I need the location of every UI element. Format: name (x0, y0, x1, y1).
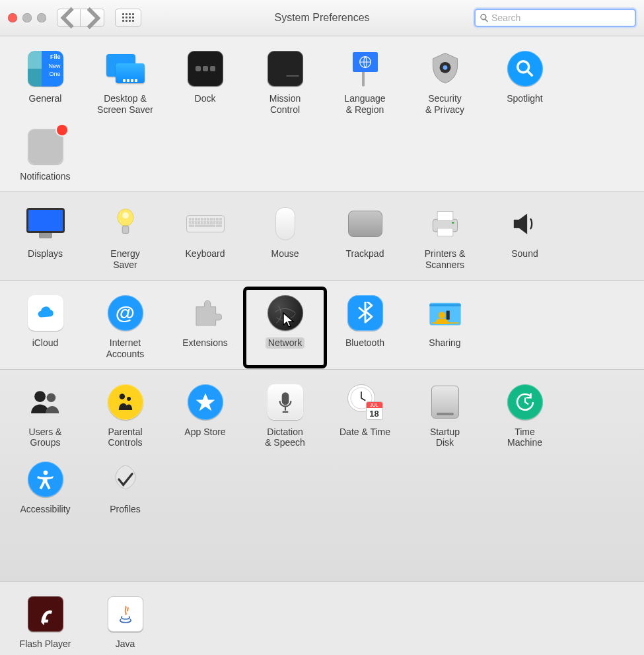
pref-general[interactable]: File New One General (5, 44, 85, 122)
pref-extensions[interactable]: Extensions (165, 289, 245, 366)
pref-label: Bluetooth (345, 337, 384, 349)
parental-controls-icon (108, 384, 143, 420)
pref-language-region[interactable]: Language & Region (325, 44, 405, 122)
pref-label: Trackpad (346, 248, 384, 259)
mission-control-icon (268, 51, 303, 86)
pref-network[interactable]: Network (245, 289, 325, 366)
pref-time-machine[interactable]: Time Machine (485, 378, 565, 456)
svg-rect-9 (437, 228, 453, 236)
pref-label: Energy Saver (110, 248, 139, 271)
pref-keyboard[interactable]: Keyboard (165, 199, 245, 277)
search-input[interactable] (491, 13, 631, 23)
general-icon-file: File (50, 53, 61, 60)
bluetooth-icon (347, 295, 383, 331)
pref-users-groups[interactable]: Users & Groups (5, 378, 85, 456)
pref-notifications[interactable]: Notifications (5, 122, 85, 189)
pref-panes: File New One General Desktop & Screen Sa… (0, 36, 644, 655)
zoom-button[interactable] (37, 13, 46, 22)
date-time-icon: JUL 18 (345, 382, 386, 423)
pref-desktop-screen-saver[interactable]: Desktop & Screen Saver (85, 44, 165, 122)
svg-point-3 (517, 61, 528, 73)
pref-label: Users & Groups (29, 427, 62, 449)
svg-rect-13 (446, 311, 449, 320)
pref-energy-saver[interactable]: Energy Saver (85, 199, 165, 277)
pref-label: Extensions (182, 337, 227, 349)
svg-point-17 (127, 397, 131, 401)
pref-label: Profiles (110, 504, 141, 515)
pref-label: Notifications (20, 171, 70, 182)
forward-button[interactable] (81, 9, 104, 27)
pref-label: Dictation & Speech (265, 427, 305, 449)
chevron-left-icon (57, 7, 80, 29)
pref-label: Spotlight (507, 93, 542, 104)
pref-label: Startup Disk (430, 427, 460, 449)
pref-sound[interactable]: Sound (485, 199, 565, 277)
pref-label: iCloud (32, 337, 59, 349)
pref-flash-player[interactable]: Flash Player (5, 590, 85, 655)
dock-icon (188, 51, 223, 86)
profiles-icon (105, 459, 146, 500)
pref-profiles[interactable]: Profiles (85, 455, 165, 522)
pref-label: Flash Player (20, 638, 71, 650)
svg-rect-8 (437, 212, 453, 221)
internet-accounts-icon: @ (108, 295, 143, 331)
accessibility-icon (28, 462, 63, 497)
pref-label: Mission Control (269, 93, 301, 116)
search-field-wrapper[interactable] (474, 9, 636, 27)
pref-startup-disk[interactable]: Startup Disk (405, 378, 485, 456)
pref-label: Keyboard (186, 248, 225, 259)
pref-mouse[interactable]: Mouse (245, 199, 325, 277)
notifications-badge (57, 125, 67, 135)
icloud-icon (28, 295, 63, 331)
pref-icloud[interactable]: iCloud (5, 289, 85, 366)
displays-icon (26, 208, 65, 240)
printers-icon (425, 203, 466, 244)
app-store-icon (188, 384, 223, 420)
pref-label: General (29, 93, 62, 104)
general-icon: File New One (28, 51, 63, 86)
pref-label: App Store (184, 427, 225, 438)
pref-label: Security & Privacy (425, 93, 464, 116)
show-all-button[interactable] (115, 9, 141, 27)
pref-date-time[interactable]: JUL 18 Date & Time (325, 378, 405, 456)
svg-point-6 (122, 213, 129, 219)
pref-parental-controls[interactable]: Parental Controls (85, 378, 165, 456)
close-button[interactable] (8, 13, 17, 22)
grid-icon (122, 13, 134, 22)
pref-sharing[interactable]: Sharing (405, 289, 485, 366)
pref-accessibility[interactable]: Accessibility (5, 455, 85, 522)
pref-app-store[interactable]: App Store (165, 378, 245, 456)
pref-label: Dock (195, 93, 216, 104)
pref-label: Java (116, 638, 135, 650)
pref-label: Desktop & Screen Saver (97, 93, 153, 116)
pref-security-privacy[interactable]: Security & Privacy (405, 44, 485, 122)
calendar-day: 18 (367, 408, 382, 420)
pref-bluetooth[interactable]: Bluetooth (325, 289, 405, 366)
titlebar: System Preferences (0, 0, 644, 36)
back-button[interactable] (57, 9, 81, 27)
minimize-button[interactable] (22, 13, 32, 22)
pref-trackpad[interactable]: Trackpad (325, 199, 405, 277)
pref-displays[interactable]: Displays (5, 199, 85, 277)
pref-label: Date & Time (340, 427, 390, 438)
trackpad-icon (345, 203, 386, 244)
pref-internet-accounts[interactable]: @ Internet Accounts (85, 289, 165, 366)
pref-label: Time Machine (507, 427, 542, 449)
svg-rect-5 (122, 226, 129, 234)
svg-point-14 (34, 391, 46, 402)
mouse-icon (265, 203, 306, 244)
pref-java[interactable]: Java (85, 590, 165, 655)
pref-mission-control[interactable]: Mission Control (245, 44, 325, 122)
pref-dock[interactable]: Dock (165, 44, 245, 122)
java-icon (108, 596, 143, 632)
pref-label: Displays (28, 248, 63, 259)
users-groups-icon (25, 382, 66, 423)
pref-label: Printers & Scanners (425, 248, 465, 271)
pref-dictation-speech[interactable]: Dictation & Speech (245, 378, 325, 456)
pref-label: Network (266, 337, 304, 349)
desktop-icon (106, 54, 145, 83)
pref-spotlight[interactable]: Spotlight (485, 44, 565, 122)
energy-saver-icon (105, 203, 146, 244)
pref-printers-scanners[interactable]: Printers & Scanners (405, 199, 485, 277)
window-controls (8, 13, 46, 22)
